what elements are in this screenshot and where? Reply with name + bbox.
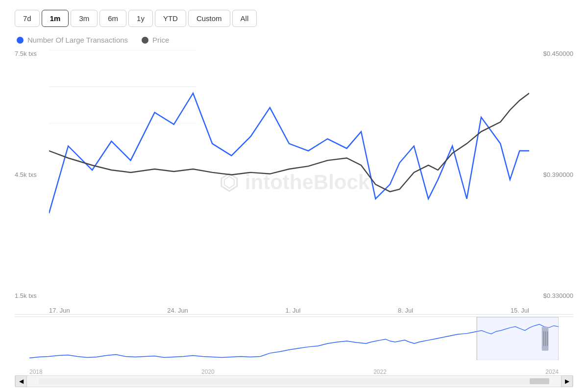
x-axis-label: 15. Jul <box>511 307 529 314</box>
x-axis-label: 24. Jun <box>167 307 188 314</box>
time-btn-all[interactable]: All <box>232 10 257 27</box>
y-axis-right: $0.450000$0.390000$0.330000 <box>543 50 573 299</box>
y-axis-left: 7.5k txs4.5k txs1.5k txs <box>15 50 37 299</box>
time-btn-1m[interactable]: 1m <box>42 10 69 27</box>
time-btn-3m[interactable]: 3m <box>71 10 98 27</box>
y-axis-left-label: 4.5k txs <box>15 171 37 178</box>
chart-legend: Number Of Large TransactionsPrice <box>15 36 573 44</box>
overview-x-label: 2022 <box>373 368 387 375</box>
y-axis-right-label: $0.450000 <box>543 50 573 57</box>
time-btn-7d[interactable]: 7d <box>15 10 40 27</box>
scroll-thumb[interactable] <box>530 378 549 384</box>
scroll-left-icon: ◀ <box>19 378 24 385</box>
main-chart: 7.5k txs4.5k txs1.5k txs $0.450000$0.390… <box>15 50 573 315</box>
overview-x-labels: 2018202020222024 <box>29 368 559 375</box>
scroll-right-button[interactable]: ▶ <box>561 375 573 387</box>
scroll-left-button[interactable]: ◀ <box>15 375 27 387</box>
overview-x-label: 2024 <box>545 368 559 375</box>
x-axis-label: 17. Jun <box>49 307 70 314</box>
time-btn-ytd[interactable]: YTD <box>155 10 186 27</box>
scrollbar[interactable]: ◀ ▶ <box>15 375 573 387</box>
x-axis-label: 1. Jul <box>285 307 300 314</box>
y-axis-left-label: 1.5k txs <box>15 292 37 299</box>
y-axis-right-label: $0.390000 <box>543 171 573 178</box>
time-btn-1y[interactable]: 1y <box>128 10 153 27</box>
time-period-selector: 7d1m3m6m1yYTDCustomAll <box>15 10 573 27</box>
x-axis-labels: 17. Jun24. Jun1. Jul8. Jul15. Jul <box>49 307 529 314</box>
main-chart-svg <box>49 50 529 223</box>
scroll-right-icon: ▶ <box>565 378 569 385</box>
time-btn-custom[interactable]: Custom <box>188 10 230 27</box>
y-axis-left-label: 7.5k txs <box>15 50 37 57</box>
legend-item: Price <box>142 36 169 44</box>
legend-label: Price <box>152 36 169 44</box>
scroll-track[interactable] <box>39 378 549 384</box>
overview-x-label: 2018 <box>29 368 43 375</box>
legend-dot <box>17 37 24 44</box>
overview-x-label: 2020 <box>201 368 215 375</box>
chart-area: 7.5k txs4.5k txs1.5k txs $0.450000$0.390… <box>15 50 573 387</box>
time-btn-6m[interactable]: 6m <box>99 10 126 27</box>
transactions-line <box>49 93 529 213</box>
overview-svg <box>29 317 559 360</box>
legend-item: Number Of Large Transactions <box>17 36 128 44</box>
legend-dot <box>142 37 148 44</box>
x-axis-label: 8. Jul <box>398 307 413 314</box>
y-axis-right-label: $0.330000 <box>543 292 573 299</box>
overview-chart: 2018202020222024 <box>15 317 573 375</box>
legend-label: Number Of Large Transactions <box>27 36 128 44</box>
